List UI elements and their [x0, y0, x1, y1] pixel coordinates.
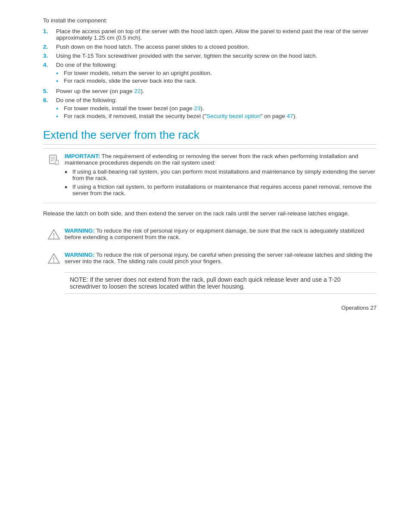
important-label: IMPORTANT: [65, 153, 100, 159]
step-6-sub-1-link[interactable]: 23 [194, 105, 200, 112]
step-6-sub-1-content: For tower models, install the tower beze… [64, 105, 204, 112]
step-3-text: Using the T-15 Torx screwdriver provided… [56, 53, 377, 59]
warning-2-block: WARNING: To reduce the risk of personal … [43, 248, 377, 268]
step-5-text-before: Power up the server (on page [56, 88, 134, 94]
step-4-sub-1: ● For tower models, return the server to… [56, 70, 377, 76]
steps-list: 1. Place the access panel on top of the … [43, 28, 377, 121]
important-icon [48, 154, 60, 166]
step-5-link[interactable]: 22 [134, 88, 141, 94]
important-icon-container [43, 153, 65, 166]
bullet-dot-icon: • [65, 168, 72, 176]
warning-1-text-val: To reduce the risk of personal injury or… [65, 227, 364, 240]
step-6-num: 6. [43, 97, 56, 103]
step-6-sub-2-mid: " on page [261, 113, 287, 119]
intro-text: To install the component: [43, 17, 377, 24]
step-5: 5. Power up the server (on page 22). [43, 88, 377, 94]
page: To install the component: 1. Place the a… [0, 0, 411, 324]
step-3-num: 3. [43, 53, 56, 59]
step-2: 2. Push down on the hood latch. The acce… [43, 44, 377, 50]
step-4: 4. Do one of the following: ● For tower … [43, 62, 377, 85]
step-5-num: 5. [43, 88, 56, 94]
warning-2-icon [48, 252, 60, 264]
step-1-num: 1. [43, 28, 56, 34]
step-6-sub-1-before: For tower models, install the tower beze… [64, 105, 194, 112]
warning-1-icon [48, 228, 60, 240]
note-block: NOTE: If the server does not extend from… [65, 272, 377, 294]
step-6-sub-1-after: ). [200, 105, 204, 112]
warning-2-content: WARNING: To reduce the risk of personal … [65, 252, 377, 264]
warning-2-label: WARNING: [65, 252, 95, 258]
warning-2-icon-container [43, 252, 65, 264]
step-5-text-after: ). [141, 88, 144, 94]
step-4-sub-2-text: For rack models, slide the server back i… [64, 78, 197, 84]
security-bezel-link[interactable]: Security bezel option [206, 113, 260, 119]
step-6-sub-2-before: For rack models, if removed, install the… [64, 113, 206, 119]
warning-1-label: WARNING: [65, 227, 95, 234]
note-label: NOTE: [70, 276, 88, 283]
step-6-sub-2: ● For rack models, if removed, install t… [56, 113, 377, 119]
warning-1-content: WARNING: To reduce the risk of personal … [65, 227, 377, 240]
sub-bullet-icon: ● [56, 106, 64, 111]
step-2-text: Push down on the hood latch. The access … [56, 44, 377, 50]
note-text-val: If the server does not extend from the r… [70, 276, 341, 290]
important-bullets: • If using a ball-bearing rail system, y… [65, 168, 377, 196]
warning-1-icon-container [43, 227, 65, 240]
step-4-content: Do one of the following: ● For tower mod… [56, 62, 377, 85]
step-3: 3. Using the T-15 Torx screwdriver provi… [43, 53, 377, 59]
page-footer: Operations 27 [341, 305, 377, 311]
bullet-dot-icon: • [65, 184, 72, 191]
step-1-text: Place the access panel on top of the ser… [56, 28, 377, 41]
sub-bullet-icon: ● [56, 114, 64, 118]
step-4-num: 4. [43, 62, 56, 68]
svg-point-12 [53, 261, 54, 262]
warning-2-text-val: To reduce the risk of personal injury, b… [65, 252, 373, 264]
step-2-num: 2. [43, 44, 56, 50]
page-47-link[interactable]: 47 [287, 113, 293, 119]
step-6-text: Do one of the following: [56, 97, 117, 103]
step-6-sub-2-content: For rack models, if removed, install the… [64, 113, 297, 119]
step-1: 1. Place the access panel on top of the … [43, 28, 377, 41]
step-4-sub-1-text: For tower models, return the server to a… [64, 70, 212, 76]
important-content: IMPORTANT: The requirement of extending … [65, 153, 377, 199]
warning-1-block: WARNING: To reduce the risk of personal … [43, 224, 377, 244]
important-bullet-1: • If using a ball-bearing rail system, y… [65, 168, 377, 181]
step-6-sub-1: ● For tower models, install the tower be… [56, 105, 377, 112]
section-heading: Extend the server from the rack [43, 128, 377, 145]
important-box: IMPORTANT: The requirement of extending … [43, 148, 377, 203]
important-bullet-2-text: If using a friction rail system, to perf… [72, 184, 377, 196]
important-text-val: The requirement of extending or removing… [65, 153, 358, 166]
step-6-sub-2-after: ). [293, 113, 297, 119]
important-bullet-2: • If using a friction rail system, to pe… [65, 184, 377, 196]
step-4-text: Do one of the following: [56, 62, 117, 68]
important-bullet-1-text: If using a ball-bearing rail system, you… [72, 168, 377, 181]
svg-point-6 [56, 164, 57, 165]
sub-bullet-icon: ● [56, 79, 64, 83]
step-5-content: Power up the server (on page 22). [56, 88, 377, 94]
step-4-sub-2: ● For rack models, slide the server back… [56, 78, 377, 84]
step-6-sublist: ● For tower models, install the tower be… [56, 105, 377, 119]
step-4-sublist: ● For tower models, return the server to… [56, 70, 377, 84]
para-text: Release the latch on both side, and then… [43, 209, 377, 218]
step-6-content: Do one of the following: ● For tower mod… [56, 97, 377, 121]
step-6: 6. Do one of the following: ● For tower … [43, 97, 377, 121]
svg-point-9 [53, 237, 54, 238]
sub-bullet-icon: ● [56, 71, 64, 75]
